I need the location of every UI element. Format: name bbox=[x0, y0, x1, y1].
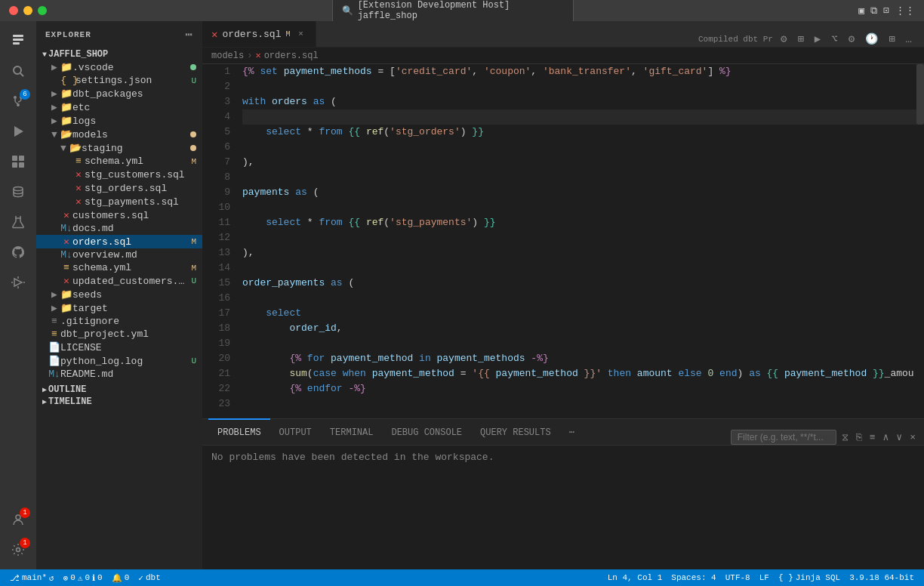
status-branch[interactable]: ⎇ main* ↺ bbox=[6, 573, 58, 583]
svg-rect-12 bbox=[19, 162, 24, 168]
activity-explorer[interactable] bbox=[5, 27, 32, 54]
settings2-icon[interactable]: ⚙ bbox=[845, 31, 858, 47]
format-icon[interactable]: ⌥ bbox=[828, 31, 840, 47]
sidebar-item-staging[interactable]: ▼ 📂 staging bbox=[36, 141, 202, 155]
sidebar-item-schema-yml[interactable]: ≡ schema.yml M bbox=[36, 155, 202, 168]
chevron-right-icon: ▶ bbox=[48, 101, 60, 113]
sidebar-item-logs[interactable]: ▶ 📁 logs bbox=[36, 114, 202, 128]
sidebar-item-seeds[interactable]: ▶ 📁 seeds bbox=[36, 288, 202, 301]
activity-github[interactable] bbox=[5, 239, 32, 266]
panel-more-button[interactable]: ⋯ bbox=[560, 418, 584, 445]
activity-database[interactable] bbox=[5, 178, 32, 205]
md-icon: M↓ bbox=[48, 369, 60, 380]
tab-orders-sql[interactable]: ✕ orders.sql M × bbox=[202, 21, 316, 47]
spaces-text: Spaces: 4 bbox=[671, 573, 716, 582]
orders-label: orders.sql bbox=[72, 236, 188, 248]
code-line-8 bbox=[242, 170, 916, 185]
tab-sql-dbt-icon: ✕ bbox=[211, 28, 217, 41]
sidebar-item-stg-payments[interactable]: ✕ stg_payments.sql bbox=[36, 195, 202, 208]
activity-run[interactable] bbox=[5, 118, 32, 145]
sidebar-item-stg-customers[interactable]: ✕ stg_customers.sql bbox=[36, 168, 202, 181]
code-line-4 bbox=[242, 109, 916, 125]
activity-source-control[interactable]: 6 bbox=[5, 88, 32, 115]
tab-close-button[interactable]: × bbox=[294, 28, 306, 40]
panel-tab-query[interactable]: QUERY RESULTS bbox=[471, 418, 560, 445]
panel-tab-terminal[interactable]: TERMINAL bbox=[321, 418, 383, 445]
status-spaces[interactable]: Spaces: 4 bbox=[667, 573, 719, 582]
list-icon[interactable]: ≡ bbox=[867, 430, 878, 445]
sidebar-item-outline[interactable]: ▶ OUTLINE bbox=[36, 384, 202, 396]
sidebar-item-overview[interactable]: M↓ overview.md bbox=[36, 248, 202, 261]
status-line-ending[interactable]: LF bbox=[756, 573, 773, 582]
minimap-thumb[interactable] bbox=[916, 64, 924, 125]
more-icon[interactable]: ⋮⋮ bbox=[895, 5, 915, 17]
minimize-button[interactable] bbox=[23, 6, 32, 15]
filter-icon[interactable]: ⧖ bbox=[839, 430, 851, 445]
sidebar-item-gitignore[interactable]: ≡ .gitignore bbox=[36, 315, 202, 328]
maximize-button[interactable] bbox=[38, 6, 47, 15]
sidebar-item-schema-yml2[interactable]: ≡ schema.yml M bbox=[36, 261, 202, 274]
status-encoding[interactable]: UTF-8 bbox=[722, 573, 754, 582]
activity-dbt[interactable] bbox=[5, 269, 32, 296]
grid-icon[interactable]: ⊞ bbox=[886, 31, 898, 47]
sidebar-more-icon[interactable]: ⋯ bbox=[185, 27, 193, 42]
sidebar-item-vscode[interactable]: ▶ 📁 .vscode bbox=[36, 60, 202, 74]
activity-extensions[interactable] bbox=[5, 148, 32, 175]
status-errors[interactable]: ⊗ 0 ⚠ 0 ℹ 0 bbox=[60, 573, 106, 583]
chevron-up-icon[interactable]: ∧ bbox=[881, 430, 892, 445]
breadcrumb-file[interactable]: orders.sql bbox=[264, 51, 319, 61]
sidebar-item-etc[interactable]: ▶ 📁 etc bbox=[36, 100, 202, 114]
play-icon[interactable]: ▶ bbox=[812, 31, 824, 47]
panel-tab-debug[interactable]: DEBUG CONSOLE bbox=[382, 418, 471, 445]
close-button[interactable] bbox=[9, 6, 18, 15]
status-notifications[interactable]: 🔔 0 bbox=[108, 573, 134, 583]
breadcrumb-models[interactable]: models bbox=[211, 51, 244, 61]
sidebar-item-updated-customers[interactable]: ✕ updated_customers... U bbox=[36, 274, 202, 288]
sidebar-item-docs[interactable]: M↓ docs.md bbox=[36, 222, 202, 235]
status-dbt[interactable]: ✓ dbt bbox=[134, 573, 164, 583]
sidebar-item-readme[interactable]: M↓ README.md bbox=[36, 368, 202, 381]
arrow-icon: ▼ bbox=[42, 51, 47, 59]
sidebar-item-license[interactable]: 📄 LICENSE bbox=[36, 341, 202, 354]
chevron-down-icon[interactable]: ∨ bbox=[894, 430, 904, 445]
layout-icon[interactable]: ▣ bbox=[858, 5, 864, 17]
status-line-col[interactable]: Ln 4, Col 1 bbox=[604, 573, 667, 582]
sidebar-item-dbt-project[interactable]: ≡ dbt_project.yml bbox=[36, 328, 202, 341]
sidebar-item-timeline[interactable]: ▶ TIMELINE bbox=[36, 396, 202, 408]
panel-close-icon[interactable]: × bbox=[907, 430, 918, 445]
search-bar[interactable]: 🔍 [Extension Development Host] jaffle_sh… bbox=[332, 0, 574, 23]
clock-icon[interactable]: 🕐 bbox=[862, 31, 881, 47]
code-text[interactable]: {% set payment_methods = ['credit_card',… bbox=[236, 64, 916, 418]
activity-flask[interactable] bbox=[5, 208, 32, 236]
preview-icon[interactable]: ⊞ bbox=[794, 31, 806, 47]
sidebar-item-orders[interactable]: ✕ orders.sql M bbox=[36, 235, 202, 248]
etc-label: etc bbox=[72, 102, 202, 113]
sidebar-item-settings-json[interactable]: { } settings.json U bbox=[36, 74, 202, 87]
code-line-17: select bbox=[242, 306, 916, 321]
expand-icon[interactable]: ⊡ bbox=[883, 5, 889, 17]
sidebar-item-dbt-packages[interactable]: ▶ 📁 dbt_packages bbox=[36, 87, 202, 100]
debug-icon[interactable]: ⚙ bbox=[778, 31, 790, 47]
status-language[interactable]: { } Jinja SQL bbox=[775, 573, 844, 582]
activity-account[interactable]: 1 bbox=[5, 506, 32, 533]
txt-icon: 📄 bbox=[48, 355, 60, 367]
panel-tab-output[interactable]: OUTPUT bbox=[270, 418, 321, 445]
chevron-right-icon: ▶ bbox=[48, 302, 60, 314]
panel-tab-problems[interactable]: PROBLEMS bbox=[208, 418, 270, 445]
sidebar-item-python-log[interactable]: 📄 python_log.log U bbox=[36, 354, 202, 368]
filter-input[interactable] bbox=[731, 430, 836, 445]
more2-icon[interactable]: … bbox=[903, 32, 915, 47]
sidebar-item-models[interactable]: ▼ 📂 models bbox=[36, 128, 202, 141]
activity-search[interactable] bbox=[5, 57, 32, 85]
sidebar-item-target[interactable]: ▶ 📁 target bbox=[36, 301, 202, 315]
copy-icon[interactable]: ⎘ bbox=[854, 430, 864, 445]
arrow-icon: ▶ bbox=[42, 385, 47, 394]
sidebar-item-customers[interactable]: ✕ customers.sql bbox=[36, 208, 202, 222]
split-icon[interactable]: ⧉ bbox=[870, 5, 877, 17]
sidebar-item-root[interactable]: ▼ JAFFLE_SHOP bbox=[36, 48, 202, 60]
svg-marker-8 bbox=[14, 126, 23, 137]
code-editor[interactable]: 12345 678910 1112131415 1617181920 21222… bbox=[202, 64, 924, 418]
activity-settings[interactable]: 1 bbox=[5, 536, 32, 563]
status-python[interactable]: 3.9.18 64-bit bbox=[845, 573, 918, 582]
sidebar-item-stg-orders[interactable]: ✕ stg_orders.sql bbox=[36, 181, 202, 195]
